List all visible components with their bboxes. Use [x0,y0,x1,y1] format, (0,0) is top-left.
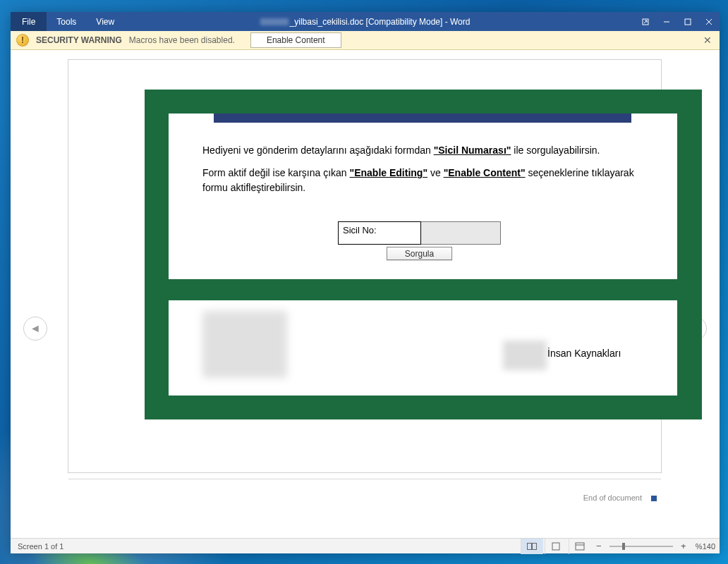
document-page: Hediyeni ve gönderim detaylarını aşağıda… [68,60,661,472]
sicil-input[interactable] [421,221,501,245]
p2-b1: "Enable Editing" [350,167,428,178]
prev-page-button[interactable]: ◄ [23,317,47,341]
zoom-slider[interactable] [609,546,673,547]
end-marker-icon [651,496,657,501]
svg-rect-7 [552,543,559,550]
titlebar: File Tools View _yilbasi_cekilisi.doc [C… [11,12,720,31]
warning-icon: ! [16,34,29,47]
word-window: File Tools View _yilbasi_cekilisi.doc [C… [11,12,720,553]
lower-white-panel: İnsan Kaynakları [169,300,677,396]
sorgula-button[interactable]: Sorgula [387,247,452,260]
window-title-text: _yilbasi_cekilisi.doc [Compatibility Mod… [290,17,471,27]
svg-rect-6 [533,543,537,549]
svg-rect-8 [576,543,584,550]
enable-content-button[interactable]: Enable Content [250,32,341,48]
zoom-out-button[interactable]: − [593,541,605,551]
zoom-percent: %140 [696,542,715,551]
menu-file[interactable]: File [11,12,47,31]
menu-tools[interactable]: Tools [47,12,86,31]
maximize-button[interactable] [677,12,698,31]
p1-bold: "Sicil Numarası" [434,145,511,156]
close-button[interactable] [698,12,720,31]
p2-mid: ve [427,167,444,178]
logo-small-redacted [503,341,547,370]
sicil-row: Sicil No: [338,221,501,245]
p1-pre: Hediyeni ve gönderim detaylarını aşağıda… [202,145,434,156]
view-print-layout-button[interactable] [545,539,567,554]
green-frame: Hediyeni ve gönderim detaylarını aşağıda… [145,90,702,419]
minimize-button[interactable] [656,12,677,31]
zoom-slider-thumb[interactable] [622,543,625,550]
status-right: − + %140 [521,539,715,554]
security-message: Macros have been disabled. [129,35,235,45]
view-read-mode-button[interactable] [521,539,543,554]
upper-white-panel: Hediyeni ve gönderim detaylarını aşağıda… [169,114,677,279]
view-web-layout-button[interactable] [569,539,591,554]
status-bar: Screen 1 of 1 − + %140 [11,538,720,553]
sicil-form: Sicil No: Sorgula [338,221,501,260]
end-of-document-row: End of document [68,479,661,502]
menu-view[interactable]: View [86,12,124,31]
body-text: Hediyeni ve gönderim detaylarını aşağıda… [202,143,649,203]
status-screen: Screen 1 of 1 [15,542,63,551]
svg-rect-5 [528,543,532,549]
security-close-button[interactable]: ✕ [701,34,714,47]
security-title: SECURITY WARNING [36,35,122,45]
end-of-document-label: End of document [583,494,642,502]
security-warning-bar: ! SECURITY WARNING Macros have been disa… [11,31,720,50]
zoom-in-button[interactable]: + [677,541,690,551]
blue-header-bar [214,114,631,123]
document-area: ◄ ► Hediyeni ve gönderim detaylarını aşa… [11,50,720,538]
sicil-label: Sicil No: [338,221,421,245]
title-redacted-prefix [260,18,289,25]
p2-pre: Form aktif değil ise karşına çıkan [202,167,350,178]
window-controls [635,12,720,31]
menu-bar: File Tools View [11,12,124,31]
company-logo-redacted [202,311,287,378]
p2-b2: "Enable Content" [444,167,526,178]
svg-rect-2 [685,19,691,25]
insan-kaynaklari-label: İnsan Kaynakları [547,348,621,359]
ribbon-display-options-button[interactable] [635,12,656,31]
p1-post: ile sorgulayabilirsin. [511,145,600,156]
